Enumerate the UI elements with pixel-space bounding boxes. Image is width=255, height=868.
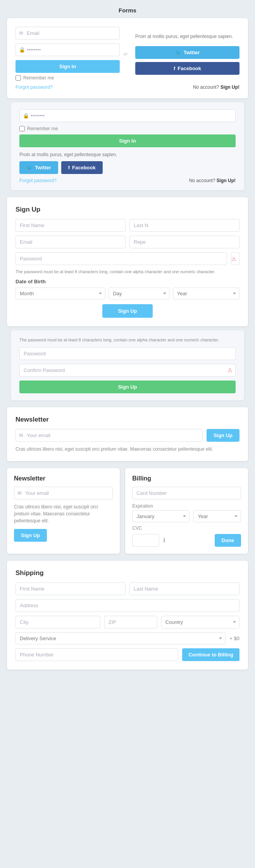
newsletter-email-input[interactable] <box>16 429 203 442</box>
expiration-year-select[interactable]: Year20242025 202620272028 <box>193 510 241 522</box>
shipping-country-select[interactable]: CountryUSAUK CanadaAustraliaGermany <box>161 616 239 629</box>
password-input[interactable] <box>16 43 120 56</box>
email-input[interactable] <box>16 27 120 40</box>
expiration-month-select[interactable]: JanuaryFebruaryMarch AprilMayJune JulyAu… <box>132 510 190 522</box>
info-icon[interactable]: ℹ <box>163 537 165 544</box>
year-select[interactable]: Year <box>173 288 239 300</box>
twitter-icon-2: 🐦 <box>26 165 33 170</box>
lock-icon-2: 🔒 <box>23 113 29 119</box>
shipping-address-input[interactable] <box>16 599 239 612</box>
newsletter-panel-title: Newsletter <box>14 475 113 482</box>
done-button[interactable]: Done <box>215 534 241 547</box>
signin-button[interactable]: Sign In <box>16 60 120 73</box>
shipping-zip-input[interactable] <box>104 616 157 629</box>
continue-to-billing-button[interactable]: Continue to Billing <box>182 648 239 661</box>
facebook-icon-2: f <box>68 165 70 170</box>
dob-label: Date of Birth <box>16 279 239 284</box>
day-select[interactable]: Day <box>109 288 169 300</box>
facebook-button[interactable]: f Facebook <box>135 62 239 75</box>
last-name-input[interactable] <box>129 219 239 232</box>
signup-button[interactable]: Sign Up <box>102 304 152 318</box>
repeat-input[interactable] <box>129 236 239 248</box>
signin-tagline-2: Proin at mollis purus, eget pellentesque… <box>19 151 236 158</box>
envelope-icon: ✉ <box>19 432 23 438</box>
first-name-input[interactable] <box>16 219 126 232</box>
no-account-text-2: No account? Sign Up! <box>189 178 236 183</box>
shipping-card: Shipping CountryUSAUK CanadaAustraliaGer… <box>7 561 248 670</box>
month-select[interactable]: Month JanuaryFebruaryMarch AprilMayJune … <box>16 288 105 300</box>
remember-checkbox[interactable] <box>16 75 21 81</box>
newsletter-tagline: Cras ultrices libero nisi, eget suscipit… <box>16 446 239 453</box>
signup-link[interactable]: Sign Up! <box>221 84 239 90</box>
password-input-signup-2[interactable] <box>19 347 236 360</box>
password-input-2[interactable] <box>19 109 236 122</box>
or-divider: or <box>120 27 131 81</box>
remember-label-2: Remember me <box>27 126 58 131</box>
facebook-icon: f <box>174 65 175 71</box>
shipping-first-name-input[interactable] <box>16 582 126 595</box>
remember-label: Remember me <box>23 75 54 81</box>
newsletter-tagline-2: Cras ultrices libero nisi, eget suscipit… <box>14 503 113 524</box>
phone-number-input[interactable] <box>16 648 178 661</box>
password-alert-icon: ⚠ <box>231 256 236 262</box>
signup-link-2[interactable]: Sign Up! <box>217 178 236 183</box>
newsletter-panel: Newsletter ✉ Cras ultrices libero nisi, … <box>7 468 120 554</box>
password-input-signup[interactable] <box>16 252 227 265</box>
forgot-password-link[interactable]: Forgot password? <box>16 84 53 90</box>
newsletter-signup-button-2[interactable]: Sign Up <box>14 529 47 542</box>
password-hint: The password must be at least 8 characte… <box>16 269 239 275</box>
newsletter-title: Newsletter <box>16 416 239 424</box>
password-alert-icon-2: ⚠ <box>227 367 233 373</box>
cvc-input[interactable] <box>132 534 159 547</box>
newsletter-email-input-2[interactable] <box>14 487 113 499</box>
twitter-button-2[interactable]: 🐦 Twitter <box>19 161 58 174</box>
newsletter-card: Newsletter ✉ Sign Up Cras ultrices liber… <box>7 407 248 461</box>
signin-card: ✉ 🔒 Sign In Remember me or Proin at moll… <box>7 18 248 98</box>
card-number-input[interactable] <box>132 487 241 499</box>
facebook-button-2[interactable]: f Facebook <box>61 161 103 174</box>
email-icon: ✉ <box>19 30 23 36</box>
envelope-icon-2: ✉ <box>17 490 22 496</box>
signin-tagline: Proin at mollis purus, eget pellentesque… <box>135 33 239 40</box>
delivery-cost: + $0 <box>229 636 239 641</box>
delivery-service-select[interactable]: Delivery Service <box>16 632 226 644</box>
page-title: Forms <box>0 0 255 18</box>
shipping-title: Shipping <box>16 569 239 577</box>
signup-card: Sign Up ⚠ The password must be at least … <box>7 197 248 326</box>
password-hint-2: The password must be at least 8 characte… <box>19 337 236 343</box>
newsletter-signup-button[interactable]: Sign Up <box>207 429 239 442</box>
cvc-label: CVC <box>132 525 241 531</box>
shipping-city-input[interactable] <box>16 616 100 629</box>
twitter-icon: 🐦 <box>175 50 181 55</box>
signup-card-2: The password must be at least 8 characte… <box>11 330 244 400</box>
billing-panel: Billing Expiration JanuaryFebruaryMarch … <box>125 468 248 554</box>
confirm-password-input-2[interactable] <box>19 364 236 377</box>
billing-title: Billing <box>132 475 241 482</box>
signin-card-2: 🔒 Remember me Sign In Proin at mollis pu… <box>11 102 244 190</box>
forgot-password-link-2[interactable]: Forgot password? <box>19 178 57 183</box>
email-input-signup[interactable] <box>16 236 126 248</box>
two-panel-section: Newsletter ✉ Cras ultrices libero nisi, … <box>7 468 248 554</box>
signup-button-2[interactable]: Sign Up <box>19 381 236 393</box>
no-account-text: No account? Sign Up! <box>193 84 239 90</box>
expiration-label: Expiration <box>132 503 241 509</box>
signin-social: Proin at mollis purus, eget pellentesque… <box>131 27 239 81</box>
signin-form: ✉ 🔒 Sign In Remember me <box>16 27 120 81</box>
signin-button-2[interactable]: Sign In <box>19 134 236 147</box>
remember-checkbox-2[interactable] <box>19 126 25 131</box>
twitter-button[interactable]: 🐦 Twitter <box>135 46 239 59</box>
lock-icon: 🔒 <box>19 47 25 53</box>
shipping-last-name-input[interactable] <box>129 582 239 595</box>
signup-title: Sign Up <box>16 206 239 214</box>
